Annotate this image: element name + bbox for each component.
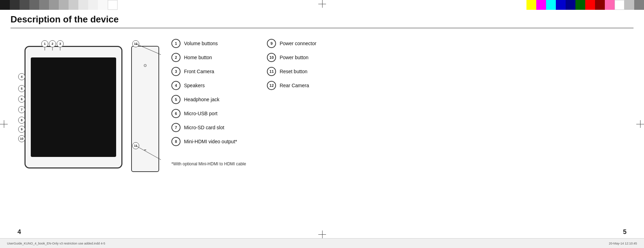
label-badge-9: 9 [267,39,276,48]
badge-8: 8 [18,117,25,124]
label-item-10: 10 Power button [267,53,316,62]
badge-12: 12 [132,40,139,47]
tablet-screen [31,57,116,157]
label-text-12: Rear Camera [279,83,309,88]
title-underline [10,28,634,28]
label-item-6: 6 Micro-USB port [171,109,246,118]
label-text-2: Home button [184,55,212,60]
tablet-side-camera [144,64,147,67]
badge-4: 4 [18,73,25,80]
page-number-left: 4 [17,228,21,236]
page-number-right: 5 [623,228,627,236]
footnote: *With optional Mini-HDMI to HDMI cable [171,161,246,166]
label-badge-10: 10 [267,53,276,62]
label-badge-4: 4 [171,81,181,90]
crosshair-top [318,0,326,8]
bottom-left-text: UserGuide_KUNO_4_book_EN-Only v3 restric… [7,242,105,245]
label-badge-2: 2 [171,53,181,62]
badge-5: 5 [18,85,25,92]
crosshair-left [0,120,8,128]
label-text-11: Reset button [279,69,307,74]
crosshair-right [636,120,644,128]
label-item-12: 12 Rear Camera [267,81,316,90]
badge-2: 2 [49,40,56,47]
label-item-1: 1 Volume buttons [171,39,246,48]
main-content: Description of the device 1 2 3 4 5 6 7 [10,14,634,230]
badge-10: 10 [18,135,25,142]
badge-3: 3 [57,40,64,47]
label-badge-11: 11 [267,67,276,76]
label-item-4: 4 Speakers [171,81,246,90]
label-badge-12: 12 [267,81,276,90]
label-text-6: Micro-USB port [184,111,218,116]
label-text-10: Power button [279,55,309,60]
labels-column-right: 9 Power connector 10 Power button 11 Res… [267,39,316,204]
bottom-bar: UserGuide_KUNO_4_book_EN-Only v3 restric… [0,238,644,248]
label-text-5: Headphone jack [184,97,219,102]
label-item-8: 8 Mini-HDMI video output* [171,137,246,146]
bottom-right-text: 20-May-14 12:10:45 [609,242,637,245]
tablet-front [24,46,122,168]
content-layout: 1 2 3 4 5 6 7 8 9 10 12 11 [10,35,634,204]
label-item-9: 9 Power connector [267,39,316,48]
color-bar-top-right [526,0,644,10]
device-diagram: 1 2 3 4 5 6 7 8 9 10 12 11 [10,35,161,204]
label-badge-3: 3 [171,67,181,76]
crosshair-bottom [318,230,326,238]
reset-button-indicator [144,150,146,150]
labels-section: 1 Volume buttons 2 Home button 3 Front C… [171,35,634,204]
label-item-11: 11 Reset button [267,67,316,76]
badge-11: 11 [132,142,139,149]
label-item-7: 7 Micro-SD card slot [171,123,246,132]
tablet-side [131,46,159,172]
badge-1: 1 [41,40,48,47]
label-badge-6: 6 [171,109,181,118]
badge-7: 7 [18,106,25,113]
label-item-5: 5 Headphone jack [171,95,246,104]
label-badge-7: 7 [171,123,181,132]
label-text-3: Front Camera [184,69,214,74]
badge-9: 9 [18,126,25,133]
label-text-4: Speakers [184,83,205,88]
label-text-1: Volume buttons [184,41,218,46]
label-item-3: 3 Front Camera [171,67,246,76]
label-item-2: 2 Home button [171,53,246,62]
label-badge-1: 1 [171,39,181,48]
label-text-7: Micro-SD card slot [184,125,224,130]
badge-6: 6 [18,96,25,103]
label-badge-5: 5 [171,95,181,104]
color-bar-top-left [0,0,118,10]
label-badge-8: 8 [171,137,181,146]
label-text-9: Power connector [279,41,316,46]
page-title: Description of the device [10,14,634,25]
labels-column-left: 1 Volume buttons 2 Home button 3 Front C… [171,39,246,204]
label-text-8: Mini-HDMI video output* [184,139,237,144]
